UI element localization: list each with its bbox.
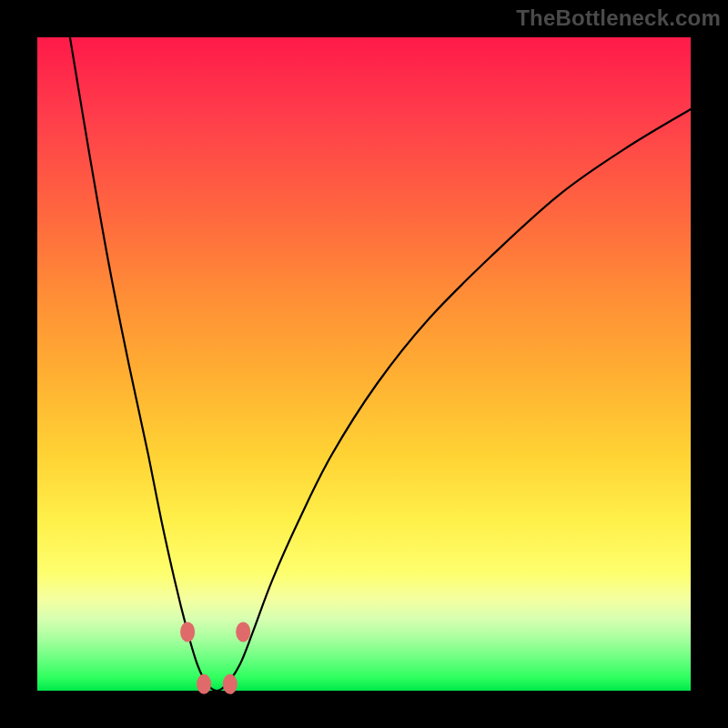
curve-marker (236, 622, 250, 642)
curve-marker (223, 674, 238, 694)
curve-marker (180, 622, 195, 642)
curve-marker (197, 674, 211, 694)
outer-frame: TheBottleneck.com (0, 0, 728, 728)
bottleneck-curve (70, 37, 691, 691)
curve-layer (37, 37, 691, 691)
curve-markers (180, 622, 250, 693)
watermark-text: TheBottleneck.com (516, 5, 721, 31)
